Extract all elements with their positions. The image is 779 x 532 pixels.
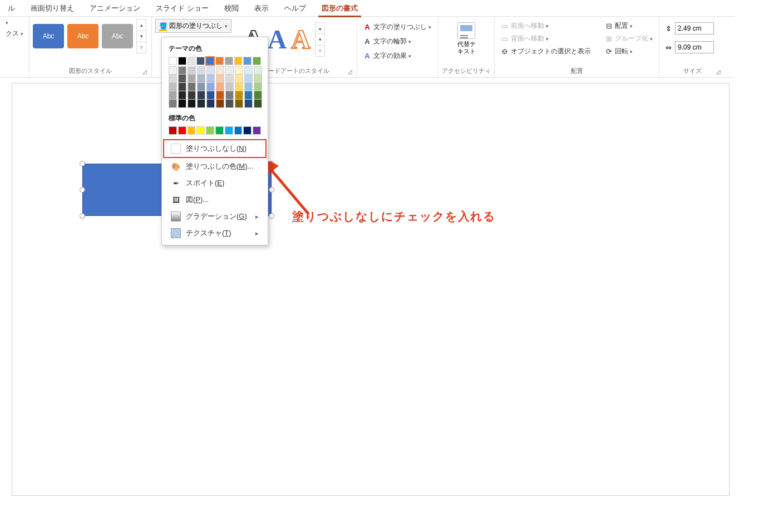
color-swatch[interactable]: [253, 126, 261, 135]
ribbon-tab[interactable]: スライド ショー: [148, 1, 216, 16]
bring-forward-button[interactable]: ▭前面へ移動 ▾: [498, 20, 593, 32]
color-swatch[interactable]: [235, 83, 243, 91]
ribbon-tab[interactable]: 表示: [246, 1, 277, 16]
height-input[interactable]: [675, 22, 714, 35]
color-swatch[interactable]: [225, 66, 234, 75]
color-swatch[interactable]: [244, 83, 253, 91]
color-swatch[interactable]: [243, 57, 252, 65]
wordart-style-thumb[interactable]: A: [268, 26, 287, 53]
color-swatch[interactable]: [206, 83, 215, 91]
color-swatch[interactable]: [244, 75, 253, 83]
ribbon-tab[interactable]: ヘルプ: [277, 1, 314, 16]
wordart-dialog-launcher[interactable]: ◿: [348, 68, 354, 75]
ribbon-tab[interactable]: ル: [0, 1, 23, 16]
shape-fill-button[interactable]: 🪣 図形の塗りつぶし ▾: [155, 19, 231, 33]
color-swatch[interactable]: [244, 100, 253, 108]
size-dialog-launcher[interactable]: ◿: [716, 68, 723, 75]
shape-style-thumb[interactable]: Abc: [33, 24, 64, 48]
insert-shape-btn[interactable]: ▾: [3, 19, 26, 27]
gallery-spinner[interactable]: ▴▾▿: [136, 19, 146, 53]
color-swatch[interactable]: [225, 83, 234, 91]
text-fill-button[interactable]: A文字の塗りつぶし ▾: [361, 21, 433, 33]
insert-textbox-btn[interactable]: クス ▾: [3, 28, 26, 40]
color-swatch[interactable]: [244, 91, 253, 100]
styles-dialog-launcher[interactable]: ◿: [142, 68, 149, 75]
width-input[interactable]: [675, 41, 714, 53]
shape-style-thumb[interactable]: Abc: [67, 24, 98, 48]
color-swatch[interactable]: [206, 57, 214, 65]
color-swatch[interactable]: [169, 126, 177, 135]
resize-handle[interactable]: [269, 213, 274, 219]
color-swatch[interactable]: [188, 100, 196, 108]
color-swatch[interactable]: [178, 100, 186, 108]
color-swatch[interactable]: [225, 126, 233, 135]
color-swatch[interactable]: [235, 75, 243, 83]
color-swatch[interactable]: [215, 126, 224, 135]
resize-handle[interactable]: [80, 213, 85, 219]
picture-fill-menu-item[interactable]: 🖼 図(P)...: [169, 191, 261, 208]
color-swatch[interactable]: [178, 75, 186, 83]
selection-pane-button[interactable]: ⯐オブジェクトの選択と表示: [498, 46, 593, 57]
align-button[interactable]: ⊟配置 ▾: [602, 20, 655, 32]
color-swatch[interactable]: [216, 66, 224, 75]
alt-text-button[interactable]: 代替テキスト: [452, 19, 481, 55]
color-swatch[interactable]: [254, 91, 262, 100]
color-swatch[interactable]: [197, 75, 205, 83]
color-swatch[interactable]: [188, 126, 196, 135]
color-swatch[interactable]: [178, 83, 186, 91]
color-swatch[interactable]: [197, 100, 205, 108]
ribbon-tab[interactable]: 図形の書式: [314, 1, 366, 16]
color-swatch[interactable]: [206, 75, 215, 83]
color-swatch[interactable]: [215, 57, 224, 65]
color-swatch[interactable]: [216, 75, 224, 83]
color-swatch[interactable]: [196, 57, 205, 65]
color-swatch[interactable]: [188, 75, 196, 83]
ribbon-tab[interactable]: 校閲: [216, 1, 246, 16]
color-swatch[interactable]: [178, 91, 186, 100]
color-swatch[interactable]: [196, 126, 205, 135]
color-swatch[interactable]: [234, 126, 243, 135]
color-swatch[interactable]: [253, 57, 261, 65]
color-swatch[interactable]: [206, 100, 215, 108]
shape-style-gallery[interactable]: Abc Abc Abc ▴▾▿: [33, 19, 146, 53]
color-swatch[interactable]: [244, 66, 253, 75]
color-swatch[interactable]: [178, 57, 186, 65]
color-swatch[interactable]: [197, 91, 205, 100]
color-swatch[interactable]: [188, 83, 196, 91]
color-swatch[interactable]: [206, 126, 214, 135]
no-fill-menu-item[interactable]: 塗りつぶしなし(N): [163, 139, 267, 158]
color-swatch[interactable]: [169, 100, 177, 108]
color-swatch[interactable]: [188, 91, 196, 100]
group-button[interactable]: ⊞グループ化 ▾: [602, 33, 655, 45]
color-swatch[interactable]: [197, 66, 205, 75]
color-swatch[interactable]: [169, 91, 177, 100]
color-swatch[interactable]: [254, 66, 262, 75]
color-swatch[interactable]: [243, 126, 252, 135]
color-swatch[interactable]: [169, 66, 177, 75]
color-swatch[interactable]: [169, 57, 177, 65]
rotate-button[interactable]: ⟳回転 ▾: [602, 46, 655, 57]
text-outline-button[interactable]: A文字の輪郭 ▾: [361, 36, 413, 47]
gradient-fill-menu-item[interactable]: グラデーション(G) ▸: [169, 208, 261, 225]
color-swatch[interactable]: [197, 83, 205, 91]
color-swatch[interactable]: [225, 100, 234, 108]
resize-handle[interactable]: [269, 161, 274, 166]
color-swatch[interactable]: [254, 83, 262, 91]
wordart-style-thumb[interactable]: A: [291, 26, 310, 53]
color-swatch[interactable]: [206, 91, 215, 100]
ribbon-tab[interactable]: アニメーション: [82, 1, 148, 16]
color-swatch[interactable]: [216, 83, 224, 91]
color-swatch[interactable]: [235, 66, 243, 75]
texture-fill-menu-item[interactable]: テクスチャ(T) ▸: [169, 225, 261, 242]
eyedropper-menu-item[interactable]: ✒ スポイト(E): [169, 175, 261, 191]
shape-style-thumb[interactable]: Abc: [102, 24, 133, 48]
gallery-spinner[interactable]: ▴▾▿: [315, 22, 325, 57]
color-swatch[interactable]: [188, 66, 196, 75]
color-swatch[interactable]: [169, 83, 177, 91]
color-swatch[interactable]: [235, 91, 243, 100]
resize-handle[interactable]: [80, 161, 85, 166]
slide-canvas[interactable]: [12, 83, 729, 495]
resize-handle[interactable]: [269, 187, 274, 193]
ribbon-tab[interactable]: 画面切り替え: [23, 1, 82, 16]
color-swatch[interactable]: [206, 66, 215, 75]
